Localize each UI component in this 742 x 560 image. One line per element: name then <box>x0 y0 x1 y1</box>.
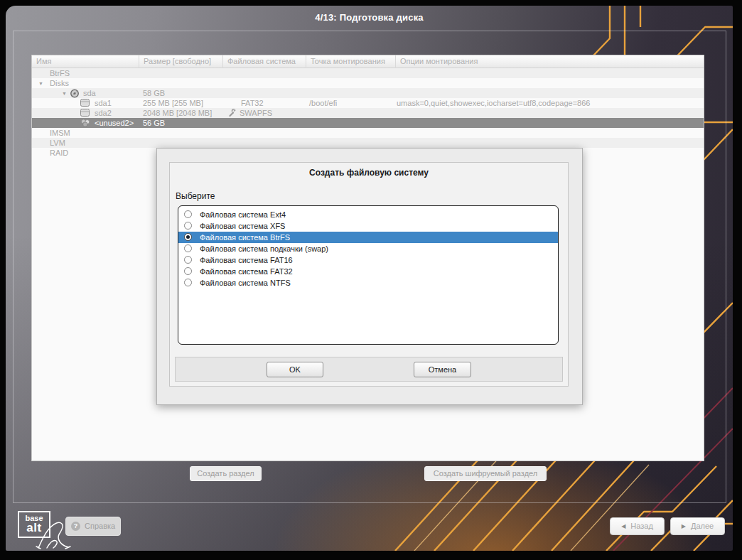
option-label: Файловая система FAT16 <box>200 256 293 264</box>
row-size: 56 GB <box>143 118 165 128</box>
ok-button[interactable]: OK <box>267 362 323 377</box>
filesystem-listbox: Файловая система Ext4 Файловая система X… <box>178 205 559 345</box>
back-label: Назад <box>630 522 653 530</box>
option-label: Файловая система FAT32 <box>200 267 293 276</box>
row-label: LVM <box>50 138 65 148</box>
row-label: RAID <box>50 148 68 158</box>
column-mountpoint: Точка монтирования <box>306 55 395 68</box>
column-mount-options: Опции монтирования <box>395 55 704 68</box>
create-encrypted-partition-button[interactable]: Создать шифруемый раздел <box>424 466 547 481</box>
column-filesystem: Файловая система <box>222 55 306 68</box>
option-ext4[interactable]: Файловая система Ext4 <box>178 209 558 220</box>
option-label: Файловая система NTFS <box>200 279 291 287</box>
option-fat16[interactable]: Файловая система FAT16 <box>178 254 558 266</box>
option-label: Файловая система Ext4 <box>200 210 286 219</box>
next-button[interactable]: ▶ Далее <box>670 517 725 535</box>
row-filesystem: FAT32 <box>241 98 264 108</box>
table-row-sda1[interactable]: sda1 255 MB [255 MB] FAT32 /boot/efi uma… <box>32 98 704 108</box>
column-name: Имя <box>32 55 139 68</box>
row-label: sda2 <box>95 108 112 118</box>
radio-icon <box>184 210 192 218</box>
radio-icon <box>184 267 192 275</box>
step-title: 4/13: Подготовка диска <box>6 12 733 23</box>
arrow-right-icon: ▶ <box>682 523 686 529</box>
table-row-btrfs[interactable]: BtrFS <box>32 68 704 78</box>
radio-checked-icon <box>184 233 192 241</box>
table-row-sda2[interactable]: sda2 2048 MB [2048 MB] SWAPFS <box>32 108 704 118</box>
row-size: 58 GB <box>143 88 165 98</box>
radio-icon <box>184 256 192 264</box>
option-label: Файловая система BtrFS <box>200 233 290 242</box>
arrow-left-icon: ◀ <box>621 523 625 529</box>
row-mountpoint: /boot/efi <box>309 98 337 108</box>
option-swap[interactable]: Файловая система подкачки (swap) <box>178 243 558 254</box>
expand-arrow-icon[interactable]: ▼ <box>38 79 43 89</box>
installer-window: 4/13: Подготовка диска Имя Размер [свобо… <box>0 0 742 560</box>
create-filesystem-dialog: Создать файловую систему Выберите Файлов… <box>156 148 583 405</box>
table-row-unused-selected[interactable]: <unused2> 56 GB <box>32 118 704 128</box>
help-button[interactable]: ? Справка <box>65 517 121 536</box>
table-row-sda[interactable]: ▼ sda 58 GB <box>32 88 704 98</box>
column-size: Размер [свободно] <box>139 55 222 68</box>
dialog-content: Создать файловую систему Выберите Файлов… <box>169 162 569 387</box>
row-mount-options: umask=0,quiet,showexec,iocharset=utf8,co… <box>397 98 590 108</box>
help-label: Справка <box>85 522 115 530</box>
next-label: Далее <box>691 522 714 530</box>
row-filesystem: SWAPFS <box>240 108 272 118</box>
row-label: BtrFS <box>50 68 70 78</box>
back-button[interactable]: ◀ Назад <box>610 517 665 535</box>
dialog-title: Создать файловую систему <box>170 168 568 178</box>
partition-icon <box>80 99 90 109</box>
partition-icon <box>80 109 90 119</box>
row-size: 255 MB [255 MB] <box>143 98 203 108</box>
radio-icon <box>184 279 192 286</box>
create-partition-button[interactable]: Создать раздел <box>190 466 262 481</box>
table-row-lvm[interactable]: LVM <box>32 138 704 148</box>
row-label: sda1 <box>95 98 112 108</box>
radio-icon <box>184 222 192 230</box>
row-label: Disks <box>50 78 69 88</box>
table-header: Имя Размер [свободно] Файловая система Т… <box>32 55 704 68</box>
row-label: IMSM <box>50 128 70 138</box>
dialog-button-bar: OK Отмена <box>175 357 563 382</box>
row-size: 2048 MB [2048 MB] <box>143 108 212 118</box>
option-label: Файловая система XFS <box>200 222 285 230</box>
option-fat32[interactable]: Файловая система FAT32 <box>178 266 558 277</box>
table-row-disks[interactable]: ▼ Disks <box>32 78 704 88</box>
option-ntfs[interactable]: Файловая система NTFS <box>178 277 558 289</box>
option-btrfs-selected[interactable]: Файловая система BtrFS <box>178 232 558 243</box>
row-label: <unused2> <box>95 118 134 128</box>
option-label: Файловая система подкачки (swap) <box>200 244 328 253</box>
expand-arrow-icon[interactable]: ▼ <box>62 89 67 99</box>
option-xfs[interactable]: Файловая система XFS <box>178 220 558 232</box>
table-row-imsm[interactable]: IMSM <box>32 128 704 138</box>
row-label: sda <box>83 88 96 98</box>
dialog-prompt-label: Выберите <box>176 191 215 201</box>
radio-icon <box>184 244 192 252</box>
question-icon: ? <box>71 522 80 531</box>
cancel-button[interactable]: Отмена <box>414 362 471 377</box>
